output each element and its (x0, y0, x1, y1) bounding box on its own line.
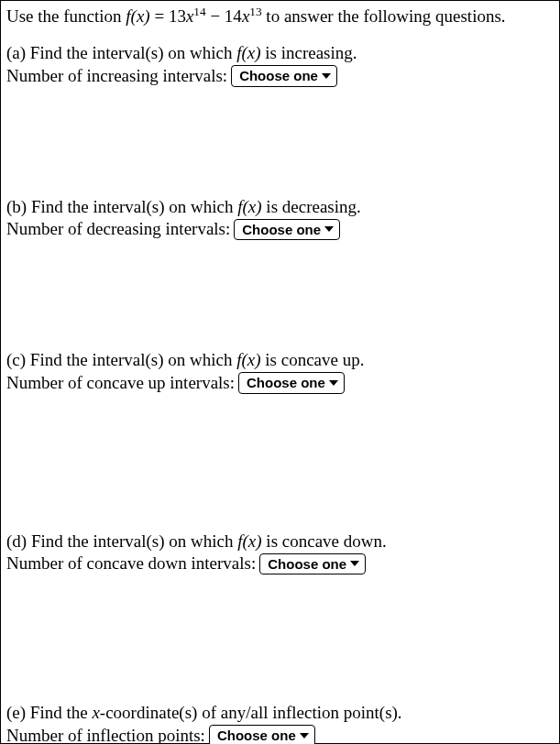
problem-container: Use the function f(x) = 13x14 − 14x13 to… (0, 0, 560, 744)
question-b-text: (b) Find the interval(s) on which f(x) i… (6, 197, 554, 217)
q-d-label: (d) Find the interval(s) on which (6, 531, 237, 551)
question-b: (b) Find the interval(s) on which f(x) i… (6, 197, 554, 241)
q-e-suffix: -coordinate(s) of any/all inflection poi… (100, 703, 402, 722)
chevron-down-icon (329, 380, 338, 386)
dropdown-b[interactable]: Choose one (234, 219, 340, 241)
chevron-down-icon (300, 733, 309, 739)
question-e-text: (e) Find the x-coordinate(s) of any/all … (6, 703, 554, 723)
intro-text: Use the function f(x) = 13x14 − 14x13 to… (6, 6, 554, 27)
answer-a-line: Number of increasing intervals: Choose o… (6, 65, 554, 87)
dropdown-a-label: Choose one (239, 67, 318, 85)
dropdown-c[interactable]: Choose one (238, 372, 345, 394)
q-a-suffix: is increasing. (261, 43, 357, 62)
question-d: (d) Find the interval(s) on which f(x) i… (6, 531, 554, 575)
chevron-down-icon (322, 73, 331, 79)
q-d-fx: f(x) (237, 531, 261, 551)
dropdown-b-label: Choose one (242, 221, 321, 239)
answer-a-label: Number of increasing intervals: (6, 66, 227, 86)
q-d-suffix: is concave down. (262, 531, 387, 551)
q-c-fx: f(x) (236, 350, 260, 369)
answer-e-label: Number of inflection points: (6, 726, 205, 744)
intro-fx: f(x) (126, 6, 149, 26)
answer-b-label: Number of decreasing intervals: (6, 219, 230, 239)
q-b-label: (b) Find the interval(s) on which (6, 197, 237, 216)
dropdown-d-label: Choose one (268, 555, 346, 574)
dropdown-c-label: Choose one (247, 374, 325, 392)
answer-b-line: Number of decreasing intervals: Choose o… (6, 219, 554, 241)
intro-exp2: 13 (249, 5, 261, 18)
q-e-prefix: (e) Find the (6, 703, 92, 722)
chevron-down-icon (324, 226, 334, 232)
question-e: (e) Find the x-coordinate(s) of any/all … (6, 703, 554, 744)
intro-equals: = 13 (150, 6, 186, 26)
question-a-text: (a) Find the interval(s) on which f(x) i… (6, 43, 554, 63)
dropdown-a[interactable]: Choose one (231, 65, 337, 87)
question-a: (a) Find the interval(s) on which f(x) i… (6, 43, 554, 87)
question-d-text: (d) Find the interval(s) on which f(x) i… (6, 531, 554, 552)
intro-minus: − 14 (206, 6, 242, 26)
q-a-fx: f(x) (236, 43, 260, 62)
question-c: (c) Find the interval(s) on which f(x) i… (6, 350, 554, 394)
intro-prefix: Use the function (6, 6, 126, 26)
q-b-fx: f(x) (237, 197, 261, 216)
answer-e-line: Number of inflection points: Choose one (6, 725, 554, 744)
q-c-label: (c) Find the interval(s) on which (6, 350, 236, 369)
intro-exp1: 14 (193, 5, 205, 18)
answer-d-label: Number of concave down intervals: (6, 553, 256, 574)
q-b-suffix: is decreasing. (262, 197, 361, 216)
q-e-xvar: x (92, 703, 99, 722)
dropdown-d[interactable]: Choose one (259, 553, 366, 575)
chevron-down-icon (350, 561, 359, 566)
answer-c-label: Number of concave up intervals: (6, 373, 235, 393)
q-a-label: (a) Find the interval(s) on which (6, 43, 236, 62)
dropdown-e[interactable]: Choose one (209, 725, 315, 744)
answer-c-line: Number of concave up intervals: Choose o… (6, 372, 554, 394)
q-c-suffix: is concave up. (261, 350, 365, 369)
question-c-text: (c) Find the interval(s) on which f(x) i… (6, 350, 554, 370)
answer-d-line: Number of concave down intervals: Choose… (6, 553, 554, 575)
intro-suffix: to answer the following questions. (262, 6, 506, 26)
dropdown-e-label: Choose one (217, 727, 296, 744)
